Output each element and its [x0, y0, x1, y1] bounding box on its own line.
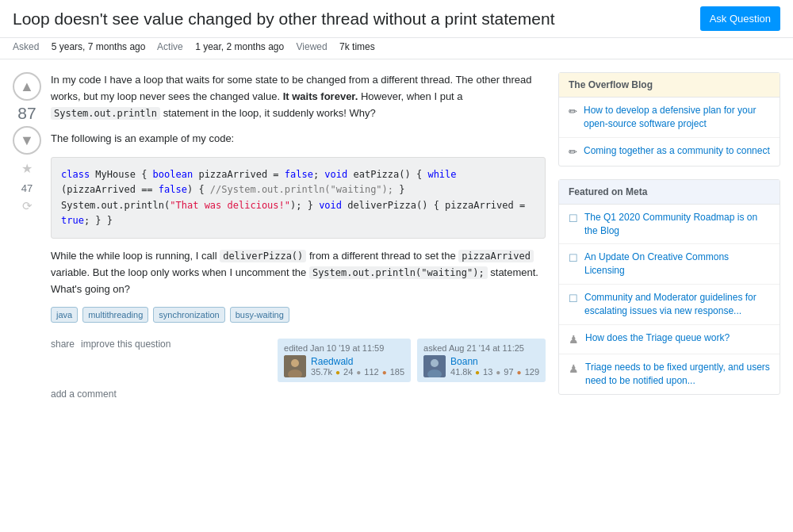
asked-bronze-dot: ● — [517, 368, 522, 377]
viewed-value: 7k times — [339, 41, 375, 52]
svg-point-4 — [431, 359, 439, 367]
meta-item-4[interactable]: ♟ How does the Triage queue work? — [559, 325, 780, 355]
asked-bronze: 129 — [525, 367, 539, 377]
person-icon-2: ♟ — [569, 362, 579, 377]
active-label: Active — [157, 41, 183, 52]
meta-item-2[interactable]: ☐ An Update On Creative Commons Licensin… — [559, 244, 780, 285]
meta-item-2-text: An Update On Creative Commons Licensing — [584, 251, 770, 277]
edited-username[interactable]: Raedwald — [311, 356, 404, 367]
page-title: Loop doesn't see value changed by other … — [13, 8, 688, 29]
tag-busy-waiting[interactable]: busy-waiting — [230, 307, 289, 323]
q-body-2: However, when I put a — [358, 90, 462, 102]
edited-user-info: Raedwald 35.7k ● 24 ● 112 ● 185 — [284, 355, 404, 377]
asked-avatar — [423, 355, 446, 377]
meta-item-3[interactable]: ☐ Community and Moderator guidelines for… — [559, 285, 780, 325]
add-comment-link[interactable]: add a comment — [51, 388, 546, 400]
blog-item-1-text: How to develop a defensive plan for your… — [584, 104, 770, 131]
q-body-3: statement in the loop, it suddenly works… — [160, 107, 376, 119]
pencil-icon-2: ✏ — [569, 145, 577, 159]
tag-synchronization[interactable]: synchronization — [153, 307, 224, 323]
asked-user-card: asked Aug 21 '14 at 11:25 Boann 41.8k — [417, 339, 546, 382]
edited-gold-dot: ● — [335, 368, 340, 377]
improve-link[interactable]: improve this question — [81, 339, 170, 350]
post-footer: share improve this question edited Jan 1… — [51, 332, 546, 382]
following-text: The following is an example of my code: — [51, 131, 546, 147]
sidebar: The Overflow Blog ✏ How to develop a def… — [558, 72, 780, 408]
main-layout: ▲ 87 ▼ ★ 47 ⟳ In my code I have a loop t… — [0, 59, 793, 420]
t2: from a different thread to set the — [306, 250, 458, 262]
checkbox-icon-3: ☐ — [569, 292, 578, 306]
history-icon[interactable]: ⟳ — [22, 199, 33, 213]
tag-java[interactable]: java — [51, 307, 78, 323]
asked-silver: 97 — [504, 367, 513, 377]
downvote-button[interactable]: ▼ — [13, 126, 41, 155]
t-code1: deliverPizza() — [220, 250, 306, 262]
edited-silver-dot: ● — [356, 368, 361, 377]
asked-gold: 13 — [483, 367, 492, 377]
edited-bronze: 185 — [390, 367, 404, 377]
edited-silver: 112 — [364, 367, 378, 377]
t-code2: pizzaArrived — [458, 250, 534, 262]
checkbox-icon-2: ☐ — [569, 251, 578, 266]
tags: java multithreading synchronization busy… — [51, 307, 546, 323]
meta-item-4-text: How does the Triage queue work? — [585, 331, 730, 345]
q-code-1: System.out.println — [51, 107, 160, 120]
t3: variable. But the loop only works when I… — [51, 266, 309, 278]
viewed-label: Viewed — [297, 41, 328, 52]
blog-item-2[interactable]: ✏ Coming together as a community to conn… — [559, 138, 780, 166]
question-body: In my code I have a loop that waits for … — [51, 72, 546, 400]
edited-gold: 24 — [343, 367, 353, 377]
share-link[interactable]: share — [51, 339, 75, 350]
ask-question-button[interactable]: Ask Question — [700, 6, 780, 31]
question-text: In my code I have a loop that waits for … — [51, 72, 546, 121]
code-block: class MyHouse { boolean pizzaArrived = f… — [51, 157, 546, 239]
svg-point-1 — [291, 359, 299, 367]
edited-bronze-dot: ● — [382, 368, 387, 377]
vote-column: ▲ 87 ▼ ★ 47 ⟳ — [13, 72, 41, 400]
asked-username[interactable]: Boann — [450, 356, 539, 367]
meta-item-1-text: The Q1 2020 Community Roadmap is on the … — [584, 211, 770, 238]
featured-meta-header: Featured on Meta — [559, 180, 780, 205]
action-icons: ★ 47 ⟳ — [21, 161, 33, 213]
edited-action: edited Jan 10 '19 at 11:59 — [284, 343, 404, 353]
user-cards: edited Jan 10 '19 at 11:59 Raedwald 35.7… — [278, 339, 546, 382]
question-section: ▲ 87 ▼ ★ 47 ⟳ In my code I have a loop t… — [13, 72, 546, 408]
overflow-blog-box: The Overflow Blog ✏ How to develop a def… — [558, 72, 780, 166]
blog-item-1[interactable]: ✏ How to develop a defensive plan for yo… — [559, 98, 780, 138]
q-bold: It waits forever. — [283, 90, 358, 102]
star-count: 47 — [21, 182, 33, 194]
meta-item-3-text: Community and Moderator guidelines for e… — [584, 291, 770, 318]
top-bar: Loop doesn't see value changed by other … — [0, 0, 793, 38]
edited-avatar — [284, 355, 306, 377]
person-icon-1: ♟ — [569, 332, 579, 348]
edited-rep: 35.7k ● 24 ● 112 ● 185 — [311, 367, 404, 377]
asked-value: 5 years, 7 months ago — [52, 41, 146, 52]
trailing-text: While the while loop is running, I call … — [51, 248, 546, 297]
t1: While the while loop is running, I call — [51, 250, 220, 262]
edited-user-card: edited Jan 10 '19 at 11:59 Raedwald 35.7… — [278, 339, 411, 382]
vote-count: 87 — [17, 104, 36, 123]
active-value: 1 year, 2 months ago — [195, 41, 284, 52]
meta-item-5[interactable]: ♟ Triage needs to be fixed urgently, and… — [559, 354, 780, 394]
asked-gold-dot: ● — [475, 368, 480, 377]
asked-label: Asked — [13, 41, 39, 52]
star-icon[interactable]: ★ — [21, 161, 33, 176]
pencil-icon-1: ✏ — [569, 105, 577, 119]
post-actions: share improve this question — [51, 339, 170, 350]
blog-item-2-text: Coming together as a community to connec… — [584, 144, 770, 158]
meta-item-5-text: Triage needs to be fixed urgently, and u… — [585, 361, 770, 388]
asked-user-info: Boann 41.8k ● 13 ● 97 ● 129 — [423, 355, 539, 377]
asked-silver-dot: ● — [496, 368, 500, 377]
t-code3: System.out.println("waiting"); — [309, 266, 488, 279]
edited-rep-value: 35.7k — [311, 367, 332, 377]
asked-action: asked Aug 21 '14 at 11:25 — [423, 343, 539, 353]
asked-rep-value: 41.8k — [450, 367, 472, 377]
overflow-blog-header: The Overflow Blog — [559, 73, 780, 98]
upvote-button[interactable]: ▲ — [13, 72, 41, 101]
question-meta: Asked 5 years, 7 months ago Active 1 yea… — [0, 38, 793, 59]
meta-item-1[interactable]: ☐ The Q1 2020 Community Roadmap is on th… — [559, 205, 780, 245]
featured-meta-box: Featured on Meta ☐ The Q1 2020 Community… — [558, 179, 780, 395]
tag-multithreading[interactable]: multithreading — [82, 307, 148, 323]
checkbox-icon-1: ☐ — [569, 212, 578, 226]
asked-rep: 41.8k ● 13 ● 97 ● 129 — [450, 367, 539, 377]
